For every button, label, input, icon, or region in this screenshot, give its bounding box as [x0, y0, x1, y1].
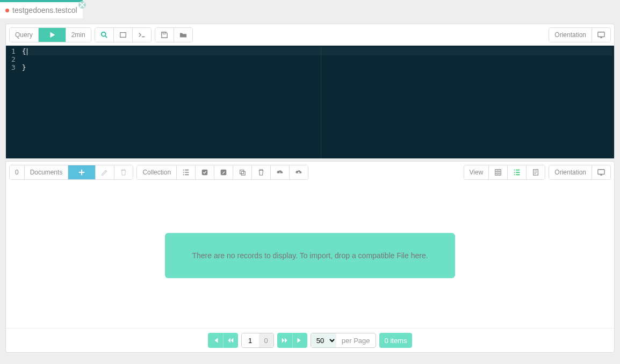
per-page-label: per Page [336, 333, 376, 347]
editor-code[interactable]: { } [20, 46, 614, 158]
total-pages: 0 [259, 333, 273, 347]
edit-document-button [96, 165, 114, 179]
collection-group: Collection [136, 165, 308, 180]
items-count: 0 items [379, 333, 413, 348]
collection-label: Collection [137, 165, 177, 179]
documents-count: 0 [10, 165, 25, 179]
orientation-label: Orientation [549, 28, 592, 42]
svg-rect-7 [241, 171, 245, 175]
svg-rect-10 [598, 170, 604, 174]
view-json-button[interactable] [527, 165, 545, 179]
save-button[interactable] [155, 28, 174, 42]
collection-rename-button[interactable] [214, 165, 233, 179]
open-button[interactable] [174, 28, 192, 42]
empty-message: There are no records to display. To impo… [165, 233, 455, 278]
query-panel: Query 2min [5, 24, 615, 159]
tab-title: testgedoens.testcol [12, 6, 77, 14]
collection-copy-button[interactable] [233, 165, 252, 179]
view-group: View [464, 165, 546, 180]
tab-bar: testgedoens.testcol [0, 0, 620, 18]
query-tools-group [95, 27, 152, 42]
collection-validate-button[interactable] [196, 165, 214, 179]
svg-rect-8 [495, 170, 501, 176]
view-label: View [464, 165, 489, 179]
timeout-label[interactable]: 2min [66, 28, 91, 42]
editor-gutter: 123 [6, 46, 20, 158]
view-table-button[interactable] [489, 165, 508, 179]
query-run-group: Query 2min [9, 27, 91, 42]
prev-page-button[interactable] [223, 333, 238, 348]
collection-export-button[interactable] [290, 165, 308, 179]
collection-import-button[interactable] [271, 165, 290, 179]
query-editor[interactable]: 123 { } [6, 46, 614, 158]
tab-testgedoens[interactable]: testgedoens.testcol [0, 0, 83, 18]
history-button[interactable] [114, 28, 133, 42]
collection-list-button[interactable] [177, 165, 196, 179]
docs-orientation-label: Orientation [549, 165, 592, 179]
orientation-button[interactable] [592, 28, 610, 42]
page-input[interactable] [242, 333, 259, 347]
explain-button[interactable] [95, 28, 114, 42]
add-document-button[interactable] [68, 165, 96, 179]
orientation-group: Orientation [549, 27, 611, 42]
documents-panel: 0 Documents Collection [5, 161, 615, 353]
delete-document-button [114, 165, 133, 179]
modified-indicator-icon [5, 9, 9, 12]
next-page-button[interactable] [277, 333, 292, 348]
close-tab-icon[interactable] [78, 1, 86, 9]
results-area[interactable]: There are no records to display. To impo… [6, 183, 614, 328]
docs-orientation-button[interactable] [592, 165, 610, 179]
first-page-button[interactable] [208, 333, 223, 348]
documents-toolbar: 0 Documents Collection [6, 162, 614, 183]
page-size-select[interactable]: 50 [311, 333, 336, 347]
collection-clear-button[interactable] [252, 165, 271, 179]
query-toolbar: Query 2min [6, 24, 614, 46]
run-query-button[interactable] [39, 28, 66, 42]
console-button[interactable] [133, 28, 151, 42]
last-page-button[interactable] [292, 333, 307, 348]
query-label: Query [10, 28, 39, 42]
svg-point-0 [101, 32, 105, 37]
svg-rect-6 [240, 170, 244, 174]
docs-orientation-group: Orientation [549, 165, 611, 180]
svg-rect-3 [598, 32, 604, 37]
documents-label: Documents [25, 165, 69, 179]
pager: 0 50 per Page 0 items [6, 328, 614, 352]
documents-add-group: 0 Documents [9, 165, 133, 180]
svg-rect-1 [120, 33, 126, 38]
query-file-group [155, 27, 193, 42]
view-list-button[interactable] [508, 165, 527, 179]
